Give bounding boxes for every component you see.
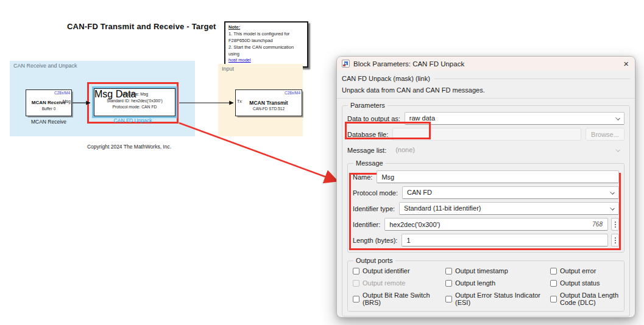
- unpack-line-1: Message: Msg: [101, 91, 169, 98]
- length-label: Length (bytes):: [353, 237, 397, 244]
- note-annotation: Note: 1. This model is configured for F2…: [224, 21, 308, 68]
- separator: [337, 98, 635, 99]
- block-caption-mcan-receive: MCAN Receive: [26, 119, 72, 125]
- chevron-down-icon: [615, 147, 620, 152]
- block-mcan-receive[interactable]: C28x/M4 MCAN Receive Msg Buffer 0: [26, 89, 72, 116]
- block-parameters-dialog: Block Parameters: CAN FD Unpack × CAN FD…: [336, 56, 635, 318]
- area-label-input: Input: [222, 66, 234, 72]
- dialog-titlebar[interactable]: Block Parameters: CAN FD Unpack ×: [337, 57, 635, 71]
- model-title: CAN-FD Transmit and Receive - Target: [67, 22, 216, 31]
- checkbox-output-remote: Output remote: [353, 279, 443, 287]
- block-subtitle: Buffer 0: [26, 107, 71, 111]
- message-list-dropdown[interactable]: (none): [391, 144, 625, 156]
- block-text: Message: Msg Standard ID: hex2dec('0x300…: [101, 91, 169, 111]
- identifier-evaluated-value: 768: [592, 221, 603, 228]
- block-caption-can-fd-unpack: CAN FD Unpack: [87, 117, 179, 124]
- identifier-type-dropdown[interactable]: Standard (11-bit identifier): [399, 202, 619, 215]
- length-input[interactable]: [402, 234, 608, 246]
- checkbox-output-esi[interactable]: Output Error Status Indicator (ESI): [445, 292, 548, 306]
- database-file-input[interactable]: [392, 128, 581, 141]
- identifier-input[interactable]: [384, 218, 608, 231]
- note-line-2: F28P650D launchpad: [228, 38, 304, 44]
- target-tag: C28x/M4: [285, 91, 300, 95]
- checkbox-label: Output Error Status Indicator (ESI): [455, 292, 548, 306]
- screenshot-canvas: CAN-FD Transmit and Receive - Target Not…: [0, 0, 644, 325]
- kebab-menu-icon[interactable]: [611, 234, 619, 246]
- checkbox-box: [353, 280, 359, 287]
- block-body: Message: Msg Standard ID: hex2dec('0x300…: [94, 88, 175, 116]
- checkbox-box: [445, 268, 452, 274]
- mask-description: Unpack data from CAN and CAN FD messages…: [342, 86, 630, 94]
- chevron-down-icon: [615, 116, 620, 121]
- mask-header: CAN FD Unpack (mask) (link): [342, 75, 630, 82]
- checkbox-label: Output status: [560, 279, 600, 287]
- name-input[interactable]: [377, 170, 619, 183]
- block-mcan-transmit[interactable]: C28x/M4 Tx MCAN Transmit CAN-FD STD:512: [235, 89, 302, 116]
- host-model-link[interactable]: host model: [228, 57, 251, 63]
- identifier-label: Identifier:: [353, 221, 380, 228]
- checkbox-output-brs[interactable]: Output Bit Rate Switch (BRS): [353, 292, 443, 306]
- identifier-type-label: Identifier type:: [353, 205, 395, 212]
- chevron-down-icon: [610, 206, 615, 211]
- output-ports-grid: Output identifier Output timestamp Outpu…: [353, 267, 619, 306]
- message-legend: Message: [353, 159, 386, 167]
- checkbox-box: [353, 268, 359, 274]
- dialog-footer: OK Cancel Help Apply: [337, 316, 635, 318]
- unpack-line-3: Protocol mode: CAN FD: [101, 104, 169, 111]
- checkbox-label: Output error: [560, 267, 596, 274]
- dialog-body: CAN FD Unpack (mask) (link) Unpack data …: [337, 71, 635, 316]
- dialog-title: Block Parameters: CAN FD Unpack: [353, 60, 620, 68]
- data-to-output-label: Data to output as:: [347, 115, 400, 122]
- checkbox-box: [353, 296, 359, 302]
- checkbox-output-length[interactable]: Output length: [445, 279, 548, 287]
- block-parameters-icon: [342, 60, 350, 68]
- row-identifier: Identifier: 768: [353, 218, 619, 231]
- row-name: Name:: [353, 170, 619, 183]
- browse-button[interactable]: Browse...: [586, 128, 625, 141]
- protocol-mode-label: Protocol mode:: [353, 189, 398, 197]
- message-group: Message Name: Protocol mode: CAN FD: [347, 159, 625, 253]
- checkbox-label: Output identifier: [363, 267, 410, 274]
- checkbox-label: Output timestamp: [455, 267, 508, 274]
- row-protocol-mode: Protocol mode: CAN FD: [353, 186, 619, 199]
- block-subtitle: CAN-FD STD:512: [236, 107, 302, 111]
- data-to-output-dropdown[interactable]: raw data: [405, 112, 625, 125]
- copyright-text: Copyright 2024 The MathWorks, Inc.: [65, 144, 194, 150]
- row-database-file: Database file: Browse...: [347, 128, 625, 141]
- checkbox-label: Output Data Length Code (DLC): [560, 292, 619, 306]
- checkbox-output-dlc[interactable]: Output Data Length Code (DLC): [550, 292, 619, 306]
- close-icon[interactable]: ×: [623, 59, 629, 68]
- block-can-fd-unpack[interactable]: Message: Msg Standard ID: hex2dec('0x300…: [92, 86, 177, 118]
- message-list-value: (none): [395, 146, 415, 153]
- row-length: Length (bytes):: [353, 234, 619, 246]
- identifier-type-value: Standard (11-bit identifier): [404, 204, 481, 212]
- row-message-list: Message list: (none): [347, 144, 625, 156]
- parameters-group: Parameters Data to output as: raw data D…: [342, 102, 630, 316]
- checkbox-box: [550, 268, 557, 274]
- database-file-label: Database file:: [347, 131, 388, 138]
- block-name: MCAN Transmit: [236, 100, 302, 106]
- output-ports-group: Output ports Output identifier Output ti…: [347, 257, 625, 312]
- checkbox-output-identifier[interactable]: Output identifier: [353, 267, 443, 274]
- chevron-down-icon: [610, 190, 615, 195]
- checkbox-output-timestamp[interactable]: Output timestamp: [445, 267, 548, 274]
- target-tag: C28x/M4: [54, 91, 70, 95]
- checkbox-box: [550, 280, 557, 287]
- output-ports-legend: Output ports: [353, 257, 395, 264]
- note-line-1: 1. This model is configured for: [228, 31, 304, 38]
- checkbox-label: Output Bit Rate Switch (BRS): [363, 292, 443, 306]
- note-line-3: 2. Start the CAN communication using: [228, 44, 304, 58]
- data-to-output-value: raw data: [409, 114, 435, 122]
- area-label-can-receive: CAN Receive and Unpack: [13, 63, 77, 69]
- checkbox-box: [445, 296, 452, 302]
- kebab-menu-icon[interactable]: [611, 218, 619, 231]
- message-list-label: Message list:: [347, 147, 386, 154]
- row-data-to-output: Data to output as: raw data: [347, 112, 625, 125]
- protocol-mode-value: CAN FD: [407, 189, 432, 196]
- protocol-mode-dropdown[interactable]: CAN FD: [402, 186, 619, 199]
- parameters-legend: Parameters: [348, 102, 387, 109]
- checkbox-box: [445, 280, 452, 287]
- checkbox-output-error[interactable]: Output error: [550, 267, 619, 274]
- checkbox-output-status[interactable]: Output status: [550, 279, 619, 287]
- unpack-line-2: Standard ID: hex2dec('0x300'): [101, 98, 169, 105]
